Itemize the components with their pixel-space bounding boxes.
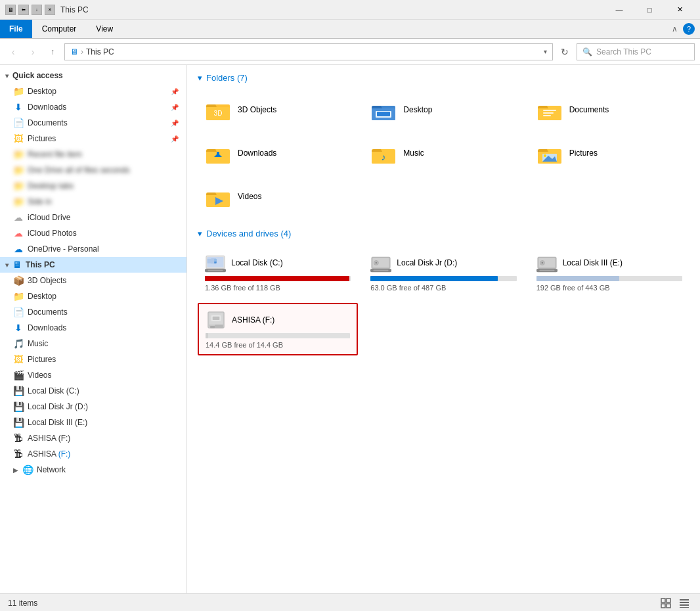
sidebar-item-blurred1[interactable]: 📁 Recent file item [0, 147, 186, 162]
sidebar-item-blurred4[interactable]: 📁 Side in [0, 194, 186, 210]
sidebar-item-desktop[interactable]: 📁 Desktop 📌 [0, 83, 186, 99]
folder-3dobjects-icon: 3D [205, 97, 231, 123]
folder-icon: 📁 [13, 196, 24, 207]
pin-icon: 📌 [171, 135, 179, 143]
sidebar-item-icloud-photos[interactable]: ☁ iCloud Photos [0, 225, 186, 241]
sidebar-item-local-c[interactable]: 💾 Local Disk (C:) [0, 383, 186, 399]
svg-rect-52 [213, 317, 220, 320]
svg-rect-34 [208, 270, 223, 271]
folder-item-pictures[interactable]: Pictures [529, 134, 689, 172]
search-box[interactable]: 🔍 Search This PC [577, 43, 695, 60]
sidebar-item-local-e[interactable]: 💾 Local Disk III (E:) [0, 415, 186, 430]
sidebar-item-local-d[interactable]: 💾 Local Disk Jr (D:) [0, 399, 186, 415]
sidebar-music-label: Music [28, 339, 48, 348]
folder-item-3dobjects[interactable]: 3D 3D Objects [198, 91, 358, 129]
sidebar-item-downloads2[interactable]: ⬇ Downloads [0, 320, 186, 336]
sidebar-item-desktop2[interactable]: 📁 Desktop [0, 288, 186, 304]
ribbon-collapse-icon[interactable]: ∧ [672, 24, 678, 34]
drive-d-top: Local Disk Jr (D:) [370, 252, 516, 273]
drive-e-icon [536, 252, 558, 273]
back-button[interactable]: ‹ [5, 44, 21, 60]
tab-computer[interactable]: Computer [32, 20, 87, 38]
svg-rect-56 [667, 604, 670, 608]
folder-item-downloads[interactable]: Downloads [198, 134, 358, 172]
sidebar-desktop2-label: Desktop [28, 292, 56, 301]
sidebar-downloads-label: Downloads [28, 102, 66, 112]
svg-text:3D: 3D [214, 110, 223, 117]
folder-item-desktop[interactable]: Desktop [363, 91, 523, 129]
downloads-icon2: ⬇ [13, 323, 24, 333]
downloads-icon: ⬇ [13, 102, 24, 112]
sidebar-item-blurred3[interactable]: 📁 Desktop tabs [0, 178, 186, 194]
tab-file[interactable]: File [0, 20, 32, 38]
documents-icon2: 📄 [13, 307, 24, 317]
sidebar-item-blurred2[interactable]: 📁 One Drive all of files seconds [0, 162, 186, 178]
sidebar-item-pictures[interactable]: 🖼 Pictures 📌 [0, 131, 186, 147]
folder-item-documents[interactable]: Documents [529, 91, 689, 129]
sidebar-item-music[interactable]: 🎵 Music [0, 336, 186, 351]
drive-c-bar-bg [205, 276, 351, 281]
sidebar: ▾ Quick access 📁 Desktop 📌 ⬇ Downloads 📌… [0, 65, 187, 593]
sidebar-ashisa-f1-label: ASHISA (F:) [28, 434, 70, 443]
chevron-right-icon: ▶ [13, 466, 18, 474]
sidebar-item-thispc[interactable]: ▾ 🖥 This PC [0, 257, 186, 273]
tab-view[interactable]: View [86, 20, 123, 38]
folder-icon: 📁 [13, 181, 24, 191]
path-dropdown-icon[interactable]: ▾ [544, 48, 547, 55]
folders-section-header[interactable]: ▾ Folders (7) [198, 73, 689, 83]
sidebar-quick-access-header[interactable]: ▾ Quick access [0, 68, 186, 83]
drive-item-c[interactable]: Local Disk (C:) 1.36 GB free of 118 GB [198, 246, 358, 298]
drive-e-bar-bg [536, 276, 682, 281]
close-button[interactable]: ✕ [665, 0, 695, 20]
svg-rect-8 [377, 112, 390, 116]
address-path[interactable]: 🖥 › This PC ▾ [64, 43, 553, 60]
ribbon: File Computer View ∧ ? [0, 20, 700, 39]
sidebar-item-onedrive[interactable]: ☁ OneDrive - Personal [0, 241, 186, 257]
sidebar-item-videos[interactable]: 🎬 Videos [0, 367, 186, 383]
network-icon: 🌐 [22, 464, 33, 475]
sidebar-item-network[interactable]: ▶ 🌐 Network [0, 462, 186, 478]
path-separator: › [81, 47, 83, 57]
usb-f1-icon: 🗜 [13, 433, 24, 443]
title-bar: 🖥 ⬅ ↓ ✕ This PC — □ ✕ [0, 0, 700, 20]
ribbon-tabs: File Computer View ∧ ? [0, 20, 700, 38]
drives-section-header[interactable]: ▾ Devices and drives (4) [198, 229, 689, 238]
sidebar-item-downloads[interactable]: ⬇ Downloads 📌 [0, 99, 186, 115]
folder-item-videos[interactable]: Videos [198, 177, 358, 215]
sidebar-item-ashisa-f2[interactable]: 🗜 ASHISA (F:) [0, 446, 186, 462]
sidebar-local-c-label: Local Disk (C:) [28, 386, 79, 396]
sidebar-item-pictures2[interactable]: 🖼 Pictures [0, 351, 186, 367]
pictures-icon2: 🖼 [13, 354, 24, 365]
drive-e-name: Local Disk III (E:) [563, 258, 623, 267]
sidebar-item-ashisa-f1[interactable]: 🗜 ASHISA (F:) [0, 430, 186, 446]
refresh-button[interactable]: ↻ [557, 44, 573, 60]
folder-item-music[interactable]: ♪ Music [363, 134, 523, 172]
maximize-button[interactable]: □ [634, 0, 665, 20]
folder-desktop-icon [370, 97, 397, 123]
chevron-down-icon: ▾ [5, 261, 9, 269]
details-view-button[interactable] [676, 595, 692, 611]
drives-section-label: Devices and drives (4) [206, 229, 291, 238]
sidebar-desktop-label: Desktop [28, 87, 56, 96]
sidebar-item-icloud-drive[interactable]: ☁ iCloud Drive [0, 210, 186, 225]
folder-documents-icon [536, 97, 563, 123]
forward-button[interactable]: › [25, 44, 41, 60]
up-button[interactable]: ↑ [45, 44, 60, 60]
help-icon[interactable]: ? [683, 23, 695, 35]
folders-section-label: Folders (7) [206, 73, 248, 83]
sidebar-item-documents[interactable]: 📄 Documents 📌 [0, 115, 186, 131]
sidebar-item-3dobjects[interactable]: 📦 3D Objects [0, 273, 186, 288]
drive-item-d[interactable]: Local Disk Jr (D:) 63.0 GB free of 487 G… [363, 246, 523, 298]
svg-rect-12 [543, 112, 554, 114]
sidebar-icloud-photos-label: iCloud Photos [28, 229, 77, 238]
large-icons-view-button[interactable] [658, 595, 674, 611]
blurred-label4: Side in [28, 197, 52, 206]
minimize-button[interactable]: — [604, 0, 634, 20]
sidebar-item-documents2[interactable]: 📄 Documents [0, 304, 186, 320]
sidebar-ashisa-f2-label: ASHISA (F:) [28, 449, 70, 459]
onedrive-icon: ☁ [13, 244, 24, 254]
quick-access-icon1: ⬅ [18, 5, 29, 15]
drive-f-top: ASHISA (F:) [206, 309, 350, 330]
drive-item-e[interactable]: Local Disk III (E:) 192 GB free of 443 G… [529, 246, 689, 298]
drive-item-f[interactable]: ASHISA (F:) 14.4 GB free of 14.4 GB [198, 303, 358, 355]
